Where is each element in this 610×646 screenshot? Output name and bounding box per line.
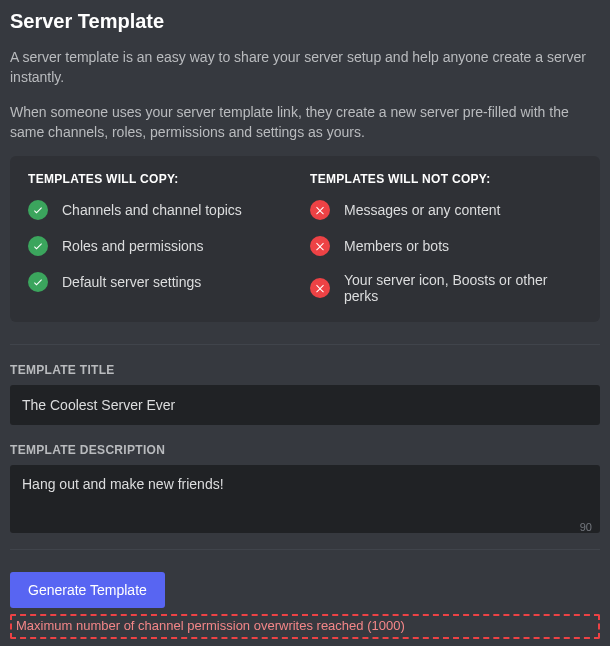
x-icon (310, 200, 330, 220)
section-divider (10, 549, 600, 550)
list-item-label: Members or bots (344, 238, 449, 254)
check-icon (28, 200, 48, 220)
list-item: Messages or any content (310, 200, 582, 220)
will-not-copy-heading: TEMPLATES WILL NOT COPY: (310, 172, 582, 186)
list-item-label: Roles and permissions (62, 238, 204, 254)
list-item: Roles and permissions (28, 236, 300, 256)
error-message: Maximum number of channel permission ove… (10, 614, 600, 639)
section-divider (10, 344, 600, 345)
intro-paragraph-1: A server template is an easy way to shar… (10, 47, 600, 88)
list-item-label: Default server settings (62, 274, 201, 290)
page-title: Server Template (10, 10, 600, 33)
char-count: 90 (580, 521, 592, 533)
list-item: Channels and channel topics (28, 200, 300, 220)
will-not-copy-column: TEMPLATES WILL NOT COPY: Messages or any… (310, 172, 582, 308)
check-icon (28, 236, 48, 256)
template-title-input[interactable] (10, 385, 600, 425)
generate-template-button[interactable]: Generate Template (10, 572, 165, 608)
template-description-input[interactable] (10, 465, 600, 533)
will-copy-heading: TEMPLATES WILL COPY: (28, 172, 300, 186)
list-item-label: Messages or any content (344, 202, 500, 218)
will-copy-column: TEMPLATES WILL COPY: Channels and channe… (28, 172, 300, 308)
x-icon (310, 236, 330, 256)
template-description-label: TEMPLATE DESCRIPTION (10, 443, 600, 457)
list-item: Members or bots (310, 236, 582, 256)
list-item: Default server settings (28, 272, 300, 292)
list-item: Your server icon, Boosts or other perks (310, 272, 582, 304)
template-copy-info-card: TEMPLATES WILL COPY: Channels and channe… (10, 156, 600, 322)
intro-paragraph-2: When someone uses your server template l… (10, 102, 600, 143)
list-item-label: Your server icon, Boosts or other perks (344, 272, 582, 304)
list-item-label: Channels and channel topics (62, 202, 242, 218)
check-icon (28, 272, 48, 292)
x-icon (310, 278, 330, 298)
template-title-label: TEMPLATE TITLE (10, 363, 600, 377)
